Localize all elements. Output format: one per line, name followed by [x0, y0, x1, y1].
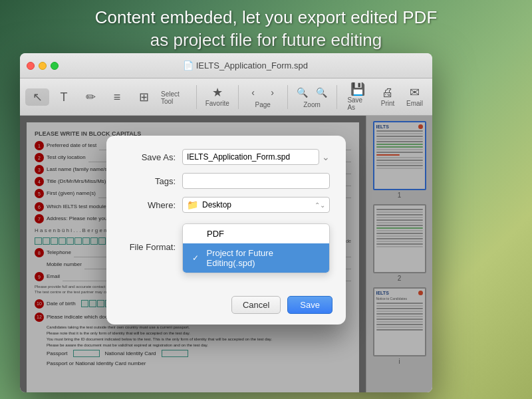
titlebar: 📄 IELTS_Application_Form.spd	[20, 53, 432, 78]
email-button[interactable]: ✉ Email	[402, 84, 427, 110]
overlay-text: Content embeded, let you export edited P…	[0, 7, 532, 52]
filename-input[interactable]	[182, 149, 319, 165]
where-dropdown[interactable]: 📁 Desktop ⌃⌄	[182, 197, 330, 213]
list-tool-button[interactable]: ≡	[105, 88, 129, 106]
email-label: Email	[406, 100, 423, 107]
minimize-button[interactable]	[39, 62, 47, 70]
folder-icon: 📁	[187, 200, 198, 210]
image-icon: ⊞	[139, 91, 149, 103]
content-area: PLEASE WRITE IN BLOCK CAPITALS 1 Preferr…	[20, 116, 432, 392]
favorite-label: Favorite	[205, 100, 229, 107]
tags-label: Tags:	[122, 176, 176, 186]
print-icon: 🖨	[382, 86, 394, 98]
save-as-label: Save As	[347, 96, 368, 111]
save-as-label: Save As:	[122, 152, 176, 162]
save-as-row: Save As: ⌄	[122, 149, 330, 165]
format-option-spd[interactable]: ✓ Project for Future Editing(.spd)	[183, 243, 329, 273]
star-icon: ★	[212, 86, 223, 98]
page-label: Page	[255, 101, 271, 108]
close-button[interactable]	[27, 62, 35, 70]
select-tool-button[interactable]: ↖	[25, 88, 49, 106]
print-label: Print	[381, 100, 395, 107]
maximize-button[interactable]	[51, 62, 59, 70]
format-pdf-label: PDF	[207, 229, 224, 239]
format-row: File Format: PDF ✓ Project for Future Ed…	[122, 221, 330, 273]
dialog-footer: Cancel Save	[106, 289, 346, 325]
save-button[interactable]: Save	[287, 296, 332, 314]
select-tool-label: Select Tool	[161, 90, 188, 105]
overlay-line1: Content embeded, let you export edited P…	[0, 7, 532, 29]
zoom-out-button[interactable]: 🔍	[293, 85, 312, 100]
format-spd-label: Project for Future Editing(.spd)	[206, 248, 320, 268]
toolbar: ↖ T ✏ ≡ ⊞ Select Tool ★ Favorite ‹ › P	[20, 78, 432, 116]
format-option-pdf[interactable]: PDF	[183, 224, 329, 243]
highlight-tool-button[interactable]: ✏	[78, 88, 102, 106]
zoom-in-button[interactable]: 🔍	[313, 85, 331, 100]
toolbar-sep-2	[238, 85, 239, 109]
check-selected-icon: ✓	[192, 253, 201, 263]
dialog-overlay: Save As: ⌄ Tags: Where: 📁 De	[20, 116, 432, 392]
list-icon: ≡	[114, 91, 121, 103]
main-window: 📄 IELTS_Application_Form.spd ↖ T ✏ ≡ ⊞ S…	[20, 53, 432, 392]
dropdown-arrow-icon[interactable]: ⌄	[322, 152, 330, 162]
traffic-lights	[27, 62, 59, 70]
zoom-label: Zoom	[303, 101, 321, 108]
tags-row: Tags:	[122, 173, 330, 189]
cursor-icon: ↖	[33, 91, 43, 103]
prev-page-button[interactable]: ‹	[244, 85, 263, 100]
dialog-body: Save As: ⌄ Tags: Where: 📁 De	[106, 136, 346, 289]
tags-input[interactable]	[182, 173, 330, 189]
image-tool-button[interactable]: ⊞	[132, 88, 156, 106]
next-page-button[interactable]: ›	[263, 85, 282, 100]
format-dropdown: PDF ✓ Project for Future Editing(.spd)	[182, 223, 330, 273]
cancel-button[interactable]: Cancel	[231, 296, 281, 314]
where-value: Desktop	[202, 200, 231, 209]
highlight-icon: ✏	[86, 91, 96, 103]
print-button[interactable]: 🖨 Print	[376, 84, 400, 110]
text-icon: T	[61, 91, 68, 103]
favorite-button[interactable]: ★ Favorite	[202, 84, 233, 110]
chevron-up-down-icon: ⌃⌄	[315, 201, 325, 209]
overlay-line2: as project file for future editing	[0, 29, 532, 52]
title-icon: 📄	[183, 61, 196, 70]
toolbar-sep-3	[287, 85, 288, 109]
save-as-button[interactable]: 💾 Save As	[342, 80, 373, 114]
format-label: File Format:	[122, 242, 176, 252]
save-as-dialog: Save As: ⌄ Tags: Where: 📁 De	[106, 136, 346, 325]
toolbar-sep-1	[196, 85, 197, 109]
save-as-icon: 💾	[350, 83, 365, 95]
where-row: Where: 📁 Desktop ⌃⌄	[122, 197, 330, 213]
where-label: Where:	[122, 200, 176, 210]
text-tool-button[interactable]: T	[52, 88, 76, 106]
toolbar-sep-4	[336, 85, 337, 109]
window-title: 📄 IELTS_Application_Form.spd	[65, 61, 426, 70]
email-icon: ✉	[410, 86, 420, 98]
